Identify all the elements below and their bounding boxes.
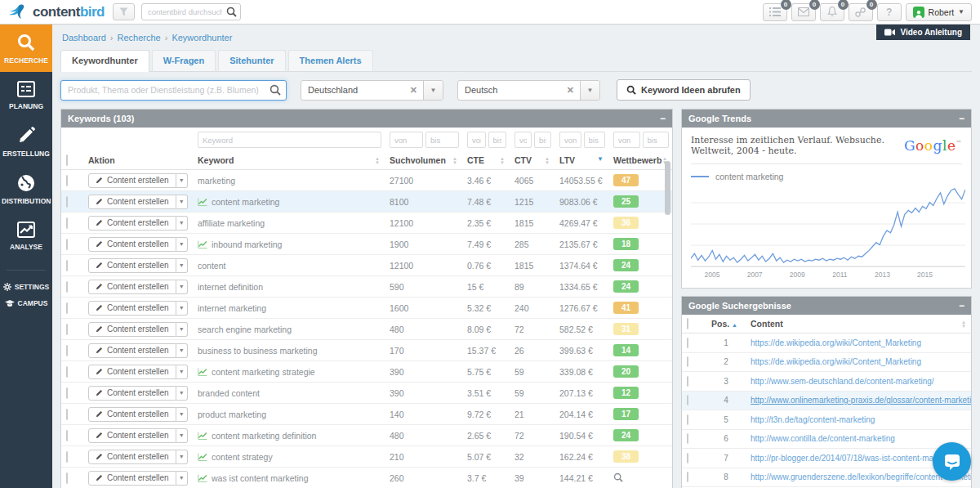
keyword-text[interactable]: was ist content marketing <box>212 473 308 483</box>
keyword-text[interactable]: content <box>198 261 225 271</box>
ltv-von-input[interactable] <box>559 132 581 148</box>
column-header-suchvolumen[interactable]: Suchvolumen▲▼ <box>385 151 462 170</box>
sort-desc-icon[interactable]: ▼ <box>597 157 604 161</box>
keyword-text[interactable]: search engine marketing <box>198 325 292 334</box>
keyword-text[interactable]: content marketing <box>212 197 279 207</box>
content-erstellen-button[interactable]: Content erstellen <box>88 365 176 379</box>
row-checkbox[interactable] <box>687 453 688 463</box>
action-dropdown-button[interactable]: ▼ <box>176 343 188 358</box>
sidebar-item-planung[interactable]: PLANUNG <box>0 72 52 118</box>
column-header-wettbewerb[interactable]: Wettbewerb▲▼ <box>608 151 672 170</box>
column-header-pos[interactable]: Pos. ▲ <box>706 315 746 334</box>
content-erstellen-button[interactable]: Content erstellen <box>88 195 176 209</box>
intercom-chat-button[interactable] <box>933 442 971 481</box>
row-checkbox[interactable] <box>66 366 68 378</box>
action-dropdown-button[interactable]: ▼ <box>176 195 188 209</box>
keyword-text[interactable]: branded content <box>198 388 260 398</box>
result-link[interactable]: http://www.onlinemarketing-praxis.de/glo… <box>751 396 971 405</box>
notifications-button[interactable]: 0 <box>820 3 844 21</box>
volume-bis-input[interactable] <box>425 132 459 148</box>
row-checkbox[interactable] <box>66 345 68 356</box>
sort-icon[interactable]: ▲▼ <box>500 157 505 165</box>
language-select[interactable]: Deutsch ✕ ▼ <box>457 80 600 101</box>
action-dropdown-button[interactable]: ▼ <box>176 428 188 443</box>
row-checkbox[interactable] <box>687 338 688 348</box>
ctv-bis-input[interactable] <box>534 132 551 148</box>
row-checkbox[interactable] <box>687 376 688 387</box>
keyword-text[interactable]: marketing <box>198 176 235 186</box>
action-dropdown-button[interactable]: ▼ <box>176 386 188 401</box>
result-link[interactable]: http://www.sem-deutschland.de/content-ma… <box>751 377 934 386</box>
content-erstellen-button[interactable]: Content erstellen <box>88 301 176 316</box>
row-checkbox[interactable] <box>687 433 688 444</box>
chevron-down-icon[interactable]: ▼ <box>580 81 599 100</box>
country-select[interactable]: Deutschland ✕ ▼ <box>301 80 443 101</box>
chevron-down-icon[interactable]: ▼ <box>423 81 443 100</box>
column-header-content[interactable]: Content▲▼ <box>746 315 971 334</box>
content-erstellen-button[interactable]: Content erstellen <box>88 407 176 422</box>
content-erstellen-button[interactable]: Content erstellen <box>88 173 176 188</box>
cte-bis-input[interactable] <box>488 132 507 148</box>
result-link[interactable]: http://t3n.de/tag/content-marketing <box>751 415 875 424</box>
action-dropdown-button[interactable]: ▼ <box>176 365 188 379</box>
collapse-icon[interactable]: − <box>959 300 964 311</box>
row-checkbox[interactable] <box>687 356 688 367</box>
row-checkbox[interactable] <box>66 324 68 335</box>
action-dropdown-button[interactable]: ▼ <box>176 301 188 316</box>
row-checkbox[interactable] <box>66 239 68 250</box>
cte-von-input[interactable] <box>467 132 486 148</box>
wettbewerb-von-input[interactable] <box>613 132 640 148</box>
tab-w-fragen[interactable]: W-Fragen <box>152 50 216 72</box>
action-dropdown-button[interactable]: ▼ <box>176 216 188 231</box>
content-erstellen-button[interactable]: Content erstellen <box>88 428 176 443</box>
sidebar-item-analyse[interactable]: ANALYSE <box>0 213 52 258</box>
sidebar-item-recherche[interactable]: RECHERCHE <box>0 25 52 72</box>
sidebar-item-distribution[interactable]: DISTRIBUTION <box>0 165 52 213</box>
action-dropdown-button[interactable]: ▼ <box>176 407 188 422</box>
row-checkbox[interactable] <box>66 175 68 186</box>
breadcrumb-link[interactable]: Dashboard <box>62 33 106 43</box>
keyword-text[interactable]: product marketing <box>198 410 266 419</box>
keyword-text[interactable]: inbound marketing <box>212 240 282 249</box>
sidebar-item-settings[interactable]: SETTINGS <box>0 279 52 295</box>
column-header-ctv[interactable]: CTV▲▼ <box>510 151 555 170</box>
content-erstellen-button[interactable]: Content erstellen <box>88 450 176 464</box>
row-checkbox[interactable] <box>66 430 68 441</box>
row-checkbox[interactable] <box>687 414 688 425</box>
links-button[interactable]: 0 <box>849 3 873 21</box>
keyword-text[interactable]: business to business marketing <box>198 346 318 356</box>
column-header-ltv[interactable]: LTV▼ <box>555 151 608 170</box>
content-erstellen-button[interactable]: Content erstellen <box>88 343 176 358</box>
sort-icon[interactable]: ▲▼ <box>961 320 966 329</box>
action-dropdown-button[interactable]: ▼ <box>176 471 188 486</box>
keyword-text[interactable]: content marketing definition <box>212 431 316 441</box>
content-erstellen-button[interactable]: Content erstellen <box>88 280 176 294</box>
collapse-icon[interactable]: − <box>660 113 666 124</box>
result-link[interactable]: https://de.wikipedia.org/wiki/Content_Ma… <box>751 357 921 366</box>
ltv-bis-input[interactable] <box>584 132 606 148</box>
breadcrumb-link[interactable]: Keywordhunter <box>172 33 232 43</box>
content-erstellen-button[interactable]: Content erstellen <box>88 216 176 231</box>
row-checkbox[interactable] <box>66 217 68 229</box>
row-checkbox[interactable] <box>66 281 68 293</box>
row-checkbox[interactable] <box>66 451 68 463</box>
row-checkbox[interactable] <box>687 472 688 482</box>
keyword-text[interactable]: content marketing strategie <box>212 367 315 377</box>
ctv-von-input[interactable] <box>514 132 532 148</box>
help-button[interactable]: ? <box>877 3 902 21</box>
sidebar-item-campus[interactable]: CAMPUS <box>0 295 52 311</box>
keyword-search-input[interactable] <box>60 80 287 101</box>
collapse-icon[interactable]: − <box>959 113 964 124</box>
action-dropdown-button[interactable]: ▼ <box>176 237 188 252</box>
user-menu-button[interactable]: Robert ▼ <box>906 3 972 21</box>
fetch-keyword-ideas-button[interactable]: Keyword Ideen abrufen <box>617 79 751 101</box>
content-erstellen-button[interactable]: Content erstellen <box>88 258 176 273</box>
action-dropdown-button[interactable]: ▼ <box>176 450 188 464</box>
filter-button[interactable] <box>113 3 135 20</box>
keyword-text[interactable]: affiliate marketing <box>198 218 265 228</box>
mail-button[interactable]: 0 <box>791 3 816 21</box>
volume-von-input[interactable] <box>390 132 423 148</box>
wettbewerb-bis-input[interactable] <box>643 132 670 148</box>
column-header-cte[interactable]: CTE▲▼ <box>462 151 510 170</box>
tab-sitehunter[interactable]: Sitehunter <box>218 50 285 72</box>
